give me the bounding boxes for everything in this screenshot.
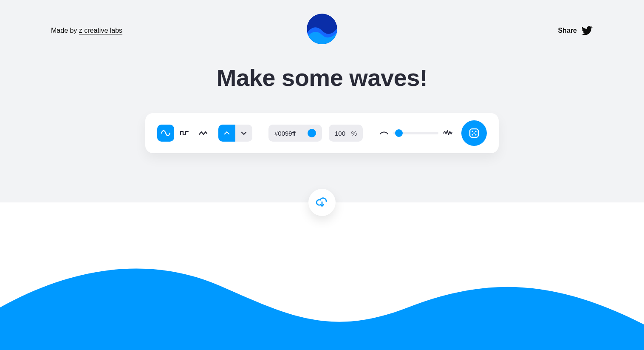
opacity-chip[interactable]: 100 % [329,125,363,142]
direction-up-button[interactable] [218,125,235,142]
complexity-slider-thumb[interactable] [395,129,403,137]
controls-toolbar: #0099ff 100 % [145,113,499,153]
wave-svg [0,239,644,350]
made-by-prefix: Made by [51,27,79,34]
wave-shape-group [157,125,212,142]
shape-square-button[interactable] [176,125,193,142]
randomize-button[interactable] [461,120,487,146]
logo-wrap [307,14,337,44]
svg-point-4 [473,132,475,134]
wave-preview-area [0,202,644,350]
download-button[interactable] [308,189,336,216]
zigzag-wave-icon [198,128,208,138]
svg-point-3 [475,131,476,132]
chevron-up-icon [223,129,231,137]
opacity-value: 100 [335,130,345,137]
dice-icon [468,127,480,139]
shape-zigzag-button[interactable] [195,125,212,142]
page-title: Make some waves! [0,64,644,91]
complexity-slider-group [379,128,453,138]
share-label: Share [558,27,577,34]
svg-point-5 [472,134,473,135]
page-root: Made by z creative labs Share Make some … [0,0,644,350]
svg-point-2 [472,131,473,132]
made-by-link[interactable]: z creative labs [79,27,122,34]
direction-down-button[interactable] [235,125,252,142]
app-logo[interactable] [307,14,337,44]
share-group: Share [558,25,593,37]
made-by: Made by z creative labs [51,27,122,34]
svg-point-6 [475,134,476,135]
sine-wave-icon [161,128,171,138]
direction-group [218,125,252,142]
download-cloud-icon [316,196,328,209]
share-twitter-button[interactable] [581,25,593,37]
color-hex-value: #0099ff [274,130,296,137]
wave-logo-icon [307,14,337,44]
square-wave-icon [179,128,189,138]
high-complexity-icon [443,128,453,138]
chevron-down-icon [240,129,248,137]
color-swatch [308,129,316,137]
low-complexity-icon [379,128,389,138]
complexity-slider[interactable] [393,132,438,134]
shape-sine-button[interactable] [157,125,174,142]
opacity-unit: % [351,130,357,137]
color-picker-chip[interactable]: #0099ff [268,125,322,142]
twitter-icon [581,25,593,37]
